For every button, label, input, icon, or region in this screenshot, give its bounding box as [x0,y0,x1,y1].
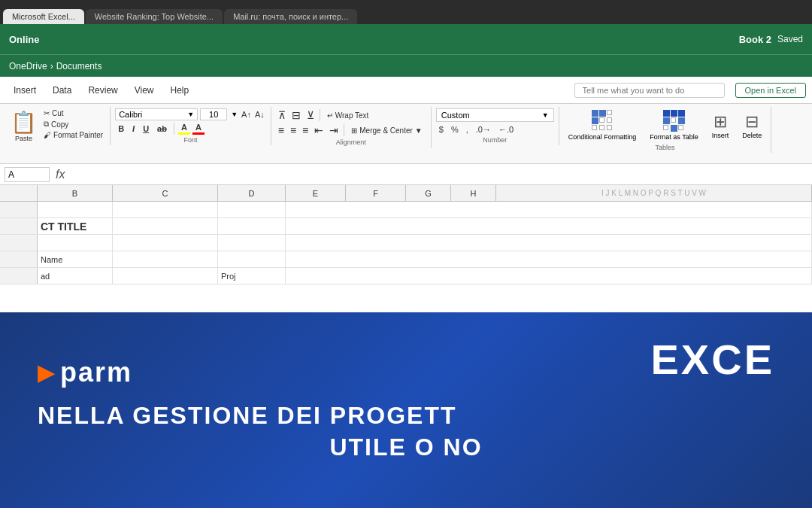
formula-input[interactable] [71,169,807,180]
cell-b1[interactable] [38,202,113,217]
cell-b4[interactable]: Name [38,251,113,267]
font-family-select[interactable]: Calibri ▼ [115,108,198,120]
menu-review[interactable]: Review [80,82,125,99]
search-input[interactable] [574,83,725,98]
merge-center-button[interactable]: ⊞ Merge & Center ▼ [347,125,426,136]
alignment-group: ⊼ ⊟ ⊻ ↵ Wrap Text ≡ ≡ ≡ ⇤ ⇥ [271,107,432,148]
highlight-button[interactable]: A [178,122,190,135]
insert-cells-button[interactable]: ⊞ Insert [707,111,734,141]
format-as-table-button[interactable]: Format as Table [645,108,702,142]
cell-b5[interactable]: ad [38,268,113,284]
format-painter-button[interactable]: 🖌 Format Painter [41,130,105,140]
col-header-h[interactable]: H [451,185,496,201]
col-header-b[interactable]: B [38,185,113,201]
row-number [0,218,38,234]
conditional-formatting-button[interactable]: Conditional Formatting [564,108,641,142]
copy-icon: ⧉ [44,120,49,129]
font-group-label: Font [115,136,266,144]
table-row: Name [0,251,812,268]
align-left-button[interactable]: ≡ [276,123,286,137]
cell-d1[interactable] [218,202,286,217]
cell-c1[interactable] [113,202,218,217]
open-in-excel-button[interactable]: Open in Excel [735,83,806,98]
bold-button[interactable]: B [115,123,127,134]
font-row-1: Calibri ▼ ▼ A↑ A↓ [115,108,266,120]
increase-font-button[interactable]: A↑ [240,110,253,119]
clipboard-group: 📋 Paste ✂ Cut ⧉ Copy 🖌 Format Painter [3,107,111,145]
formula-bar: fx [0,164,812,185]
align-divider [320,109,320,121]
copy-button[interactable]: ⧉ Copy [41,119,105,129]
strikethrough-button[interactable]: ab [154,123,170,134]
menu-view[interactable]: View [127,82,162,99]
number-format-row: $ % , .0→ ←.0 [436,124,554,135]
decrease-font-button[interactable]: A↓ [253,110,266,119]
tables-group: Conditional Formatting [559,107,771,153]
cell-b2[interactable]: CT TITLE [38,218,113,234]
font-size-input[interactable] [200,108,227,120]
breadcrumb-documents[interactable]: Documents [56,61,102,71]
menu-insert[interactable]: Insert [6,82,44,99]
percent-button[interactable]: % [448,124,462,135]
cell-d5[interactable]: Proj [218,268,286,284]
italic-button[interactable]: I [129,123,138,134]
col-header-e[interactable]: E [286,185,346,201]
number-format-select[interactable]: Custom ▼ [436,108,554,122]
wrap-text-button[interactable]: ↵ Wrap Text [323,110,373,121]
increase-decimal-button[interactable]: ←.0 [495,124,517,135]
cell-more-3 [286,235,812,251]
col-header-d[interactable]: D [218,185,286,201]
font-size-caret: ▼ [231,111,238,118]
align-right-button[interactable]: ≡ [300,123,311,137]
excel-title-area: Online [9,34,39,45]
browser-tab-excel[interactable]: Microsoft Excel... [3,9,84,24]
increase-indent-button[interactable]: ⇥ [327,123,341,137]
ribbon-content: 📋 Paste ✂ Cut ⧉ Copy 🖌 Format Painter [3,107,809,163]
font-size-buttons: A↑ A↓ [240,110,266,119]
font-color-button[interactable]: A [192,122,205,135]
table-row: ad Proj [0,268,812,284]
browser-tab-ranking[interactable]: Website Ranking: Top Website... [86,9,223,24]
logo-play-icon: ▶ [38,360,54,385]
breadcrumb-onedrive[interactable]: OneDrive [9,61,47,71]
browser-tab-mail[interactable]: Mail.ru: почта, поиск и интер... [224,9,357,24]
align-bottom-button[interactable]: ⊻ [304,108,317,122]
cell-c4[interactable] [113,251,218,267]
cell-c5[interactable] [113,268,218,284]
col-header-f[interactable]: F [346,185,406,201]
cell-d2[interactable] [218,218,286,234]
menu-data[interactable]: Data [45,82,79,99]
format-table-icon [663,110,685,132]
excel-topbar: Online Book 2 Saved [0,24,812,54]
cell-d3[interactable] [218,235,286,251]
row-number [0,235,38,251]
menu-help[interactable]: Help [163,82,197,99]
insert-label: Insert [712,132,729,139]
column-headers: B C D E F G H I J K L M N O P Q R S T U … [0,185,812,202]
col-header-c[interactable]: C [113,185,218,201]
align-center-button[interactable]: ≡ [288,123,298,137]
align-row-2: ≡ ≡ ≡ ⇤ ⇥ ⊞ Merge & Center ▼ [276,123,426,137]
paste-button[interactable]: 📋 Paste [8,108,40,144]
sheet-container: B C D E F G H I J K L M N O P Q R S T U … [0,185,812,508]
align-middle-button[interactable]: ⊟ [289,108,303,122]
banner-subtitle-line2: UTILE O NO [38,432,774,464]
delete-label: Delete [742,132,762,139]
cell-c3[interactable] [113,235,218,251]
decrease-indent-button[interactable]: ⇤ [312,123,326,137]
cond-format-label: Conditional Formatting [568,133,637,141]
cell-c2[interactable] [113,218,218,234]
cell-b3[interactable] [38,235,113,251]
cut-button[interactable]: ✂ Cut [41,108,105,118]
col-header-g[interactable]: G [406,185,451,201]
delete-cells-button[interactable]: ⊟ Delete [738,111,766,141]
underline-button[interactable]: U [140,123,152,134]
comma-button[interactable]: , [463,124,471,135]
number-format-caret: ▼ [542,111,549,119]
cell-reference-input[interactable] [5,167,50,182]
dollar-button[interactable]: $ [436,124,447,135]
decrease-decimal-button[interactable]: .0→ [473,124,494,135]
alignment-group-label: Alignment [276,138,426,146]
cell-d4[interactable] [218,251,286,267]
align-top-button[interactable]: ⊼ [276,108,288,122]
